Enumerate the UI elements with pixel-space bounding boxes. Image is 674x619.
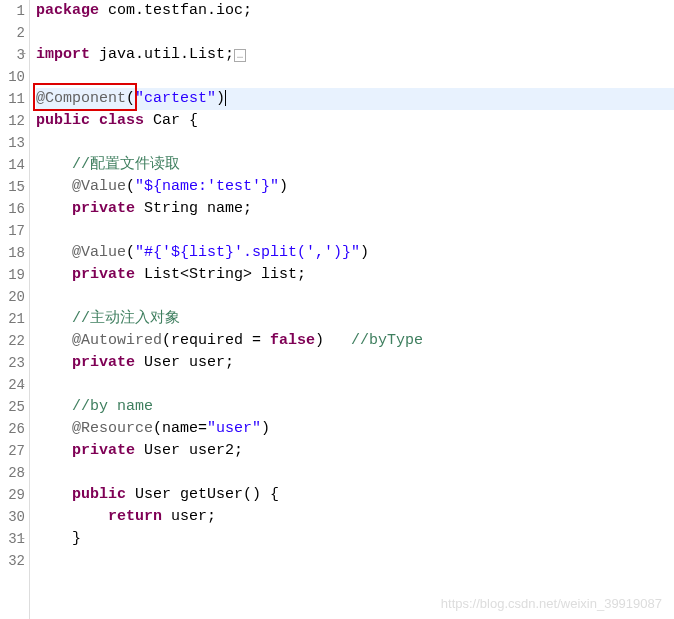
line-number: 13 — [0, 132, 25, 154]
fold-icon[interactable]: - — [20, 462, 26, 484]
code-line-highlighted: @Component("cartest") — [36, 88, 674, 110]
code-line — [36, 22, 674, 44]
code-line: package com.testfan.ioc; — [36, 0, 674, 22]
code-line: } — [36, 528, 674, 550]
line-number: 26 — [0, 418, 25, 440]
line-number: 15- — [0, 176, 25, 198]
line-number: 14 — [0, 154, 25, 176]
code-line: @Value("${name:'test'}") — [36, 176, 674, 198]
text-cursor — [225, 90, 226, 106]
code-line — [36, 286, 674, 308]
line-number-gutter: 1 2 3+ 10 11 12 13 14 15- 16 17 18- 19 2… — [0, 0, 30, 619]
code-line: @Resource(name="user") — [36, 418, 674, 440]
line-number: 30 — [0, 506, 25, 528]
fold-icon[interactable]: - — [20, 374, 26, 396]
code-line: private String name; — [36, 198, 674, 220]
line-number: 21 — [0, 308, 25, 330]
line-number: 32 — [0, 550, 25, 572]
code-line: //主动注入对象 — [36, 308, 674, 330]
line-number: 25 — [0, 396, 25, 418]
line-number: 29 — [0, 484, 25, 506]
code-line — [36, 220, 674, 242]
line-number: 18- — [0, 242, 25, 264]
line-number: 16 — [0, 198, 25, 220]
fold-placeholder-icon[interactable]: … — [234, 49, 246, 62]
code-line: //by name — [36, 396, 674, 418]
code-line: private List<String> list; — [36, 264, 674, 286]
line-number: 2 — [0, 22, 25, 44]
fold-icon[interactable]: - — [20, 528, 26, 550]
code-line: @Value("#{'${list}'.split(',')}") — [36, 242, 674, 264]
line-number: 31- — [0, 528, 25, 550]
code-line: //配置文件读取 — [36, 154, 674, 176]
fold-icon[interactable]: - — [20, 176, 26, 198]
fold-icon[interactable]: - — [20, 242, 26, 264]
code-line: @Autowired(required = false) //byType — [36, 330, 674, 352]
line-number: 3+ — [0, 44, 25, 66]
line-number: 1 — [0, 0, 25, 22]
line-number: 28- — [0, 462, 25, 484]
line-number: 27 — [0, 440, 25, 462]
code-line: return user; — [36, 506, 674, 528]
line-number: 10 — [0, 66, 25, 88]
code-line — [36, 374, 674, 396]
code-line: import java.util.List;… — [36, 44, 674, 66]
watermark-text: https://blog.csdn.net/weixin_39919087 — [441, 596, 662, 611]
line-number: 17 — [0, 220, 25, 242]
code-line — [36, 550, 674, 572]
code-line — [36, 132, 674, 154]
line-number: 11 — [0, 88, 25, 110]
code-line: public class Car { — [36, 110, 674, 132]
code-line — [36, 462, 674, 484]
line-number: 22 — [0, 330, 25, 352]
line-number: 23 — [0, 352, 25, 374]
code-line: private User user; — [36, 352, 674, 374]
line-number: 24- — [0, 374, 25, 396]
code-line: private User user2; — [36, 440, 674, 462]
code-editor: 1 2 3+ 10 11 12 13 14 15- 16 17 18- 19 2… — [0, 0, 674, 619]
line-number: 19 — [0, 264, 25, 286]
line-number: 20 — [0, 286, 25, 308]
code-line: public User getUser() { — [36, 484, 674, 506]
code-content[interactable]: package com.testfan.ioc; import java.uti… — [30, 0, 674, 619]
code-line — [36, 66, 674, 88]
line-number: 12 — [0, 110, 25, 132]
fold-icon[interactable]: + — [20, 44, 26, 66]
